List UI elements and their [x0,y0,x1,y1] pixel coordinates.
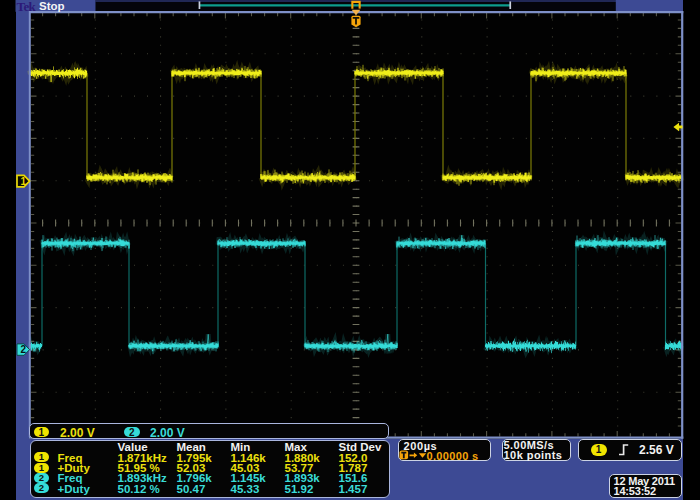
svg-text:1: 1 [20,176,26,187]
svg-text:2: 2 [20,344,26,355]
